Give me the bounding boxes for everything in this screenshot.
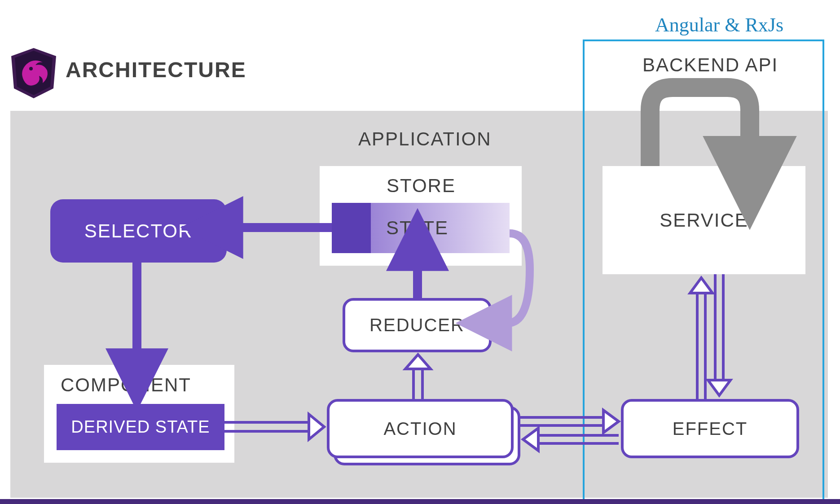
derived-state-label: DERIVED STATE	[71, 417, 210, 437]
derived-state-box: DERIVED STATE	[57, 404, 224, 450]
selector-box: SELECTOR	[50, 199, 227, 263]
application-label: APPLICATION	[358, 128, 492, 150]
page-title: ARCHITECTURE	[66, 57, 246, 82]
reducer-label: REDUCER	[369, 315, 465, 335]
action-box: ACTION	[327, 399, 514, 458]
action-label: ACTION	[383, 419, 457, 439]
store-label: STORE	[387, 175, 456, 197]
annotation-label: Angular & RxJs	[655, 13, 783, 36]
ngrx-logo-icon	[11, 48, 56, 98]
state-label: STATE	[386, 217, 449, 239]
annotation-highlight	[583, 39, 824, 503]
footer-bar	[0, 499, 840, 504]
reducer-box: REDUCER	[343, 298, 492, 352]
slide: ARCHITECTURE BACKEND API APPLICATION STO…	[0, 0, 840, 504]
component-label: COMPONENT	[61, 374, 191, 396]
svg-point-2	[29, 67, 33, 70]
selector-label: SELECTOR	[84, 220, 193, 242]
